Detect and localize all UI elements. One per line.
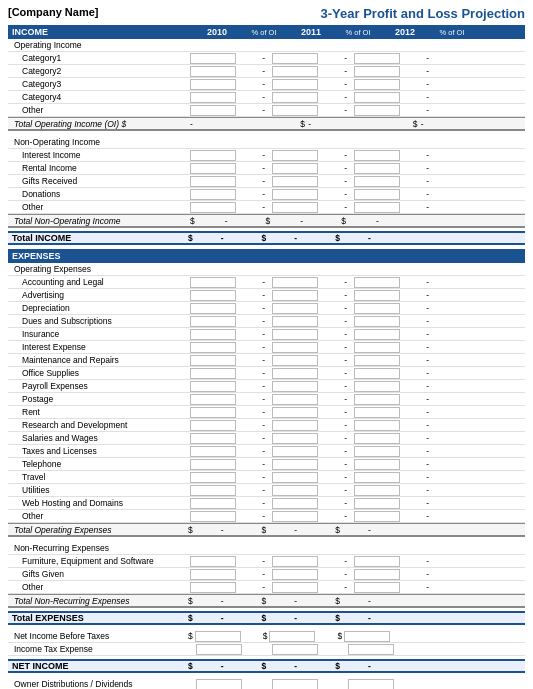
dist-yr3-input[interactable] xyxy=(348,679,394,690)
cell-yr3-input[interactable] xyxy=(354,459,400,470)
cell-yr1-input[interactable] xyxy=(190,569,236,580)
cell-yr3-input[interactable] xyxy=(354,407,400,418)
cell-yr3-input[interactable] xyxy=(354,420,400,431)
cell-yr2-input[interactable] xyxy=(272,150,318,161)
cell-yr2-input[interactable] xyxy=(272,163,318,174)
tax-yr3-input[interactable] xyxy=(348,644,394,655)
net-before-taxes-yr3-input[interactable] xyxy=(344,631,390,642)
cell-yr2-input[interactable] xyxy=(272,472,318,483)
dist-yr1-input[interactable] xyxy=(196,679,242,690)
cell-yr2-input[interactable] xyxy=(272,433,318,444)
cell-yr1-input[interactable] xyxy=(190,202,236,213)
cell-yr2-input[interactable] xyxy=(272,290,318,301)
cell-yr3-input[interactable] xyxy=(354,176,400,187)
cell-yr2-input[interactable] xyxy=(272,329,318,340)
cell-yr2-input[interactable] xyxy=(272,407,318,418)
cell-yr3-input[interactable] xyxy=(354,303,400,314)
cell-yr2-input[interactable] xyxy=(272,277,318,288)
cell-yr3-input[interactable] xyxy=(354,342,400,353)
cell-yr1-input[interactable] xyxy=(190,316,236,327)
cell-yr2-input[interactable] xyxy=(272,446,318,457)
cell-yr3-input[interactable] xyxy=(354,556,400,567)
cell-yr1-input[interactable] xyxy=(190,150,236,161)
cell-yr3-input[interactable] xyxy=(354,189,400,200)
cell-yr3-input[interactable] xyxy=(354,381,400,392)
cell-yr1-input[interactable] xyxy=(190,556,236,567)
cell-yr1-input[interactable] xyxy=(190,290,236,301)
cell-yr3-input[interactable] xyxy=(354,150,400,161)
cell-yr2-input[interactable] xyxy=(272,79,318,90)
cell-yr2-input[interactable] xyxy=(272,381,318,392)
cell-yr3-input[interactable] xyxy=(354,277,400,288)
cell-yr1-input[interactable] xyxy=(190,189,236,200)
cell-yr3-input[interactable] xyxy=(354,498,400,509)
cell-yr1-input[interactable] xyxy=(190,342,236,353)
cell-yr1-input[interactable] xyxy=(190,66,236,77)
cell-yr1-input[interactable] xyxy=(190,472,236,483)
cell-yr3-input[interactable] xyxy=(354,66,400,77)
cell-yr3-input[interactable] xyxy=(354,316,400,327)
cell-yr2-input[interactable] xyxy=(272,176,318,187)
cell-yr2-input[interactable] xyxy=(272,420,318,431)
cell-yr3-input[interactable] xyxy=(354,53,400,64)
cell-yr2-input[interactable] xyxy=(272,316,318,327)
cell-yr3-input[interactable] xyxy=(354,290,400,301)
cell-yr1-input[interactable] xyxy=(190,355,236,366)
cell-yr1-input[interactable] xyxy=(190,105,236,116)
cell-yr3-input[interactable] xyxy=(354,202,400,213)
cell-yr3-input[interactable] xyxy=(354,485,400,496)
cell-yr2-input[interactable] xyxy=(272,459,318,470)
cell-yr2-input[interactable] xyxy=(272,485,318,496)
cell-yr1-input[interactable] xyxy=(190,394,236,405)
cell-yr2-input[interactable] xyxy=(272,569,318,580)
cell-yr1-input[interactable] xyxy=(190,420,236,431)
cell-yr3-input[interactable] xyxy=(354,92,400,103)
net-before-taxes-yr2-input[interactable] xyxy=(269,631,315,642)
cell-yr2-input[interactable] xyxy=(272,303,318,314)
cell-yr3-input[interactable] xyxy=(354,582,400,593)
cell-yr2-input[interactable] xyxy=(272,368,318,379)
cell-yr1-input[interactable] xyxy=(190,511,236,522)
cell-yr3-input[interactable] xyxy=(354,368,400,379)
cell-yr1-input[interactable] xyxy=(190,582,236,593)
cell-yr1-input[interactable] xyxy=(190,163,236,174)
dist-yr2-input[interactable] xyxy=(272,679,318,690)
cell-yr1-input[interactable] xyxy=(190,277,236,288)
cell-yr1-input[interactable] xyxy=(190,79,236,90)
cell-yr1-input[interactable] xyxy=(190,368,236,379)
cell-yr1-input[interactable] xyxy=(190,53,236,64)
cell-yr3-input[interactable] xyxy=(354,511,400,522)
cell-yr1-input[interactable] xyxy=(190,459,236,470)
cell-yr1-input[interactable] xyxy=(190,498,236,509)
cell-yr2-input[interactable] xyxy=(272,105,318,116)
net-before-taxes-yr1-input[interactable] xyxy=(195,631,241,642)
cell-yr1-input[interactable] xyxy=(190,407,236,418)
cell-yr2-input[interactable] xyxy=(272,394,318,405)
cell-yr3-input[interactable] xyxy=(354,433,400,444)
cell-yr1-input[interactable] xyxy=(190,92,236,103)
tax-yr1-input[interactable] xyxy=(196,644,242,655)
cell-yr2-input[interactable] xyxy=(272,66,318,77)
cell-yr3-input[interactable] xyxy=(354,79,400,90)
cell-yr2-input[interactable] xyxy=(272,342,318,353)
cell-yr2-input[interactable] xyxy=(272,189,318,200)
cell-yr3-input[interactable] xyxy=(354,569,400,580)
cell-yr3-input[interactable] xyxy=(354,446,400,457)
cell-yr2-input[interactable] xyxy=(272,92,318,103)
cell-yr1-input[interactable] xyxy=(190,433,236,444)
cell-yr2-input[interactable] xyxy=(272,202,318,213)
cell-yr2-input[interactable] xyxy=(272,498,318,509)
cell-yr1-input[interactable] xyxy=(190,381,236,392)
cell-yr1-input[interactable] xyxy=(190,303,236,314)
cell-yr1-input[interactable] xyxy=(190,176,236,187)
cell-yr1-input[interactable] xyxy=(190,446,236,457)
cell-yr2-input[interactable] xyxy=(272,53,318,64)
cell-yr2-input[interactable] xyxy=(272,556,318,567)
cell-yr3-input[interactable] xyxy=(354,472,400,483)
tax-yr2-input[interactable] xyxy=(272,644,318,655)
cell-yr1-input[interactable] xyxy=(190,329,236,340)
cell-yr3-input[interactable] xyxy=(354,163,400,174)
cell-yr2-input[interactable] xyxy=(272,582,318,593)
cell-yr3-input[interactable] xyxy=(354,105,400,116)
cell-yr3-input[interactable] xyxy=(354,355,400,366)
